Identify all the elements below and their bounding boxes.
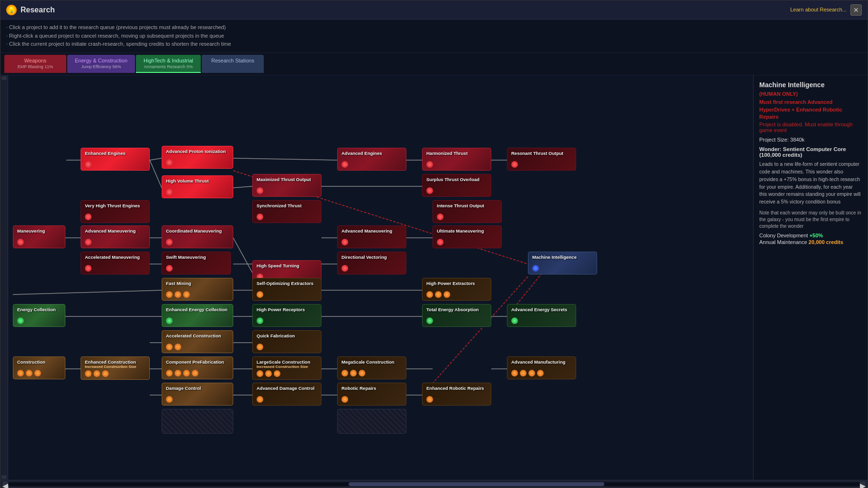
energy-collection-label: Energy Collection	[17, 307, 61, 312]
comp-prefab-icon4	[192, 370, 198, 376]
node-fast-mining[interactable]: Fast Mining	[162, 278, 233, 301]
scroll-right-btn[interactable]: ▶	[860, 481, 866, 487]
node-adv-maneuvering-2[interactable]: Advanced Maneuvering	[337, 225, 406, 248]
node-high-volume[interactable]: High Volume Thrust	[162, 175, 233, 198]
node-large-scale[interactable]: LargeScale Construction Increased Constr…	[252, 356, 321, 380]
max-thrust-icons	[257, 187, 317, 194]
tab-energy[interactable]: Energy & Construction Jump Efficiency 56…	[67, 55, 135, 73]
dir-vector-icon	[341, 265, 348, 272]
receptors-icons	[257, 317, 317, 324]
adv-energy-icon	[511, 317, 518, 324]
node-accel-construction[interactable]: Accelerated Construction	[162, 330, 233, 353]
enhanced-energy-icon	[166, 317, 173, 324]
node-enhanced-robotic[interactable]: Enhanced Robotic Repairs	[422, 383, 491, 406]
node-directional-vectoring[interactable]: Directional Vectoring	[337, 252, 406, 274]
node-adv-energy-secrets[interactable]: Advanced Energy Secrets	[507, 304, 576, 327]
learn-link[interactable]: Learn about Research...	[790, 7, 847, 12]
info-project-size: Project Size: 3840k	[759, 137, 862, 142]
node-hatched-1[interactable]	[162, 409, 233, 434]
node-advanced-damage[interactable]: Advanced Damage Control	[252, 383, 321, 406]
tab-weapons[interactable]: Weapons EMP Blasting 11%	[4, 55, 66, 73]
node-swift-maneuvering[interactable]: Swift Maneuvering	[162, 252, 231, 274]
node-advanced-engines[interactable]: Advanced Engines	[337, 148, 406, 171]
ultimate-maneuvering-label: Ultimate Maneuvering	[437, 228, 497, 234]
enhanced-robotic-icon	[426, 396, 433, 403]
node-machine-intelligence[interactable]: Machine Intelligence	[528, 252, 597, 274]
node-robotic-repairs[interactable]: Robotic Repairs	[337, 383, 406, 406]
node-very-high-thrust[interactable]: Very High Thrust Engines	[81, 200, 150, 223]
node-intense-thrust[interactable]: Intense Thrust Output	[433, 200, 502, 223]
node-ultimate-maneuvering[interactable]: Ultimate Maneuvering	[433, 225, 502, 248]
node-construction[interactable]: Construction	[13, 356, 65, 379]
node-high-power-receptors[interactable]: High Power Receptors	[252, 304, 321, 327]
large-scale-icon3	[274, 370, 280, 377]
node-component-prefab[interactable]: Component PreFabrication	[162, 356, 233, 379]
accel-maneuver-icon	[85, 265, 92, 272]
advanced-engines-icons	[341, 161, 402, 168]
node-adv-proton[interactable]: Advanced Proton Ionization	[162, 146, 233, 169]
engine-icon	[85, 161, 92, 168]
node-adv-maneuvering[interactable]: Advanced Maneuvering	[81, 225, 150, 248]
enhanced-const-icon3	[102, 370, 109, 377]
bottom-scroll-track[interactable]	[8, 482, 860, 486]
intense-thrust-label: Intense Thrust Output	[437, 203, 497, 208]
node-adv-manufacturing[interactable]: Advanced Manufacturing	[507, 356, 576, 379]
scroll-left-btn[interactable]: ◀	[2, 481, 8, 487]
node-energy-collection[interactable]: Energy Collection	[13, 304, 65, 327]
construction-label: Construction	[17, 359, 61, 365]
node-coord-maneuvering[interactable]: Coordinated Maneuvering	[162, 225, 233, 248]
adv-damage-icons	[257, 396, 317, 403]
bottom-scroll-thumb[interactable]	[349, 482, 604, 486]
node-quick-fabrication[interactable]: Quick Fabrication	[252, 330, 321, 353]
adv-proton-label: Advanced Proton Ionization	[166, 149, 229, 154]
node-hatched-2[interactable]	[337, 409, 406, 434]
node-enhanced-energy[interactable]: Enhanced Energy Collection	[162, 304, 233, 327]
research-canvas[interactable]: Enhanced Engines Advanced Proton Ionizat…	[8, 75, 753, 480]
mega-const-icon2	[350, 370, 357, 376]
adv-maneuvering-2-label: Advanced Maneuvering	[341, 228, 402, 234]
research-window: 💡 Research Learn about Research... ✕ · C…	[0, 0, 868, 488]
node-mega-construction[interactable]: MegaScale Construction	[337, 356, 406, 379]
node-damage-control[interactable]: Damage Control	[162, 383, 233, 406]
node-accel-maneuvering[interactable]: Accelerated Maneuvering	[81, 252, 150, 274]
thrust-icon	[166, 189, 173, 195]
accel-const-icon2	[175, 344, 181, 350]
damage-icon	[166, 396, 173, 403]
scroll-down[interactable]	[1, 475, 7, 479]
large-scale-sub: Increased Construction Size	[257, 365, 317, 369]
high-power-icon1	[426, 291, 433, 298]
tab-stations[interactable]: Research Stations	[202, 55, 264, 73]
accel-maneuver-icons	[85, 265, 145, 272]
large-scale-label: LargeScale Construction	[257, 359, 317, 365]
tab-hightech[interactable]: HighTech & Industrial Armaments Research…	[136, 55, 201, 73]
node-total-energy-absorption[interactable]: Total Energy Absorption	[422, 304, 491, 327]
node-enhanced-construction[interactable]: Enhanced Construction Increased Construc…	[81, 356, 150, 380]
adv-maneuvering-label: Advanced Maneuvering	[85, 228, 145, 234]
maximized-thrust-label: Maximized Thrust Output	[257, 177, 317, 182]
info-warning-human: (HUMAN ONLY)	[759, 91, 862, 98]
close-button[interactable]: ✕	[850, 4, 862, 16]
adv-mfg-icon4	[537, 370, 544, 376]
node-harmonized-thrust[interactable]: Harmonized Thrust	[422, 148, 491, 171]
node-maneuvering[interactable]: Maneuvering	[13, 225, 65, 248]
max-thrust-icon	[257, 187, 263, 194]
node-synchronized-thrust[interactable]: Synchronized Thrust	[252, 200, 321, 223]
resonant-icons	[511, 161, 572, 168]
node-surplus-thrust[interactable]: Surplus Thrust Overload	[422, 174, 491, 197]
enhanced-const-icon2	[93, 370, 100, 377]
harm-icon	[426, 161, 433, 168]
construction-icons	[17, 370, 61, 376]
instructions-area: · Click a project to add it to the resea…	[0, 20, 868, 53]
node-self-opt-extractors[interactable]: Self-Optimizing Extractors	[252, 278, 321, 301]
scroll-up[interactable]	[1, 76, 7, 80]
self-opt-label: Self-Optimizing Extractors	[257, 281, 317, 286]
node-enhanced-engines[interactable]: Enhanced Engines	[81, 148, 150, 171]
node-maximized-thrust[interactable]: Maximized Thrust Output	[252, 174, 321, 197]
node-high-power-extractors[interactable]: High Power Extractors	[422, 278, 491, 301]
comp-prefab-icon3	[183, 370, 190, 376]
directional-vectoring-label: Directional Vectoring	[341, 254, 402, 260]
adv-mfg-icon2	[520, 370, 527, 376]
total-energy-icon	[426, 317, 433, 324]
node-resonant-thrust[interactable]: Resonant Thrust Output	[507, 148, 576, 171]
maneuver-icon	[17, 239, 24, 245]
